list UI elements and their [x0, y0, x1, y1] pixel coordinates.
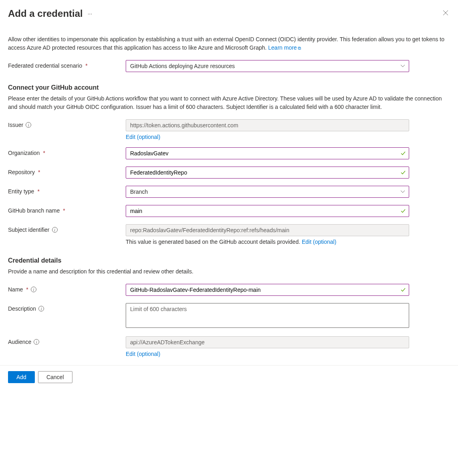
required-indicator: * — [63, 207, 65, 214]
page-title: Add a credential — [8, 8, 83, 19]
details-section-desc: Provide a name and description for this … — [8, 267, 450, 276]
details-section-heading: Credential details — [8, 257, 450, 264]
required-indicator: * — [43, 150, 45, 156]
scenario-row: Federated credential scenario* GitHub Ac… — [8, 60, 450, 72]
name-row: Name* i — [8, 284, 450, 296]
cancel-button[interactable]: Cancel — [38, 371, 72, 383]
issuer-label: Issuer i — [8, 119, 126, 128]
name-label: Name* i — [8, 284, 126, 293]
github-section-desc: Please enter the details of your GitHub … — [8, 94, 450, 111]
add-credential-panel: Add a credential ··· Allow other identit… — [0, 0, 458, 357]
description-field — [126, 303, 409, 329]
name-field — [126, 284, 409, 296]
close-button[interactable] — [441, 8, 450, 19]
entity-type-row: Entity type* Branch — [8, 186, 450, 198]
branch-row: GitHub branch name* — [8, 205, 450, 217]
organization-label: Organization* — [8, 147, 126, 156]
repository-field — [126, 167, 409, 179]
issuer-edit-link[interactable]: Edit (optional) — [126, 134, 160, 140]
intro-text: Allow other identities to impersonate th… — [8, 35, 450, 52]
branch-field — [126, 205, 409, 217]
organization-field — [126, 147, 409, 159]
panel-footer: Add Cancel — [0, 365, 458, 389]
subject-helper: This value is generated based on the Git… — [126, 239, 409, 245]
issuer-input — [126, 119, 409, 131]
description-row: Description i — [8, 303, 450, 329]
close-icon — [443, 10, 448, 16]
scenario-select[interactable]: GitHub Actions deploying Azure resources — [126, 60, 409, 72]
repository-label: Repository* — [8, 167, 126, 175]
issuer-row: Issuer i Edit (optional) — [8, 119, 450, 140]
organization-row: Organization* — [8, 147, 450, 159]
entity-type-select[interactable]: Branch — [126, 186, 409, 198]
intro-body: Allow other identities to impersonate th… — [8, 36, 444, 51]
repository-row: Repository* — [8, 167, 450, 179]
scenario-select-wrap: GitHub Actions deploying Azure resources — [126, 60, 409, 72]
subject-edit-link[interactable]: Edit (optional) — [302, 239, 336, 245]
subject-label: Subject identifier i — [8, 224, 126, 233]
info-icon[interactable]: i — [31, 287, 36, 292]
add-button[interactable]: Add — [8, 371, 35, 383]
subject-field: This value is generated based on the Git… — [126, 224, 409, 245]
scenario-field: GitHub Actions deploying Azure resources — [126, 60, 409, 72]
audience-label: Audience i — [8, 336, 126, 345]
entity-type-field: Branch — [126, 186, 409, 198]
issuer-field: Edit (optional) — [126, 119, 409, 140]
info-icon[interactable]: i — [34, 339, 39, 345]
audience-edit-wrap: Edit (optional) — [126, 351, 409, 357]
description-label: Description i — [8, 303, 126, 312]
branch-label: GitHub branch name* — [8, 205, 126, 214]
required-indicator: * — [26, 286, 28, 293]
info-icon[interactable]: i — [52, 227, 58, 233]
entity-type-label: Entity type* — [8, 186, 126, 195]
subject-input — [126, 224, 409, 236]
info-icon[interactable]: i — [26, 122, 31, 128]
info-icon[interactable]: i — [38, 306, 44, 311]
panel-header: Add a credential ··· — [8, 8, 450, 19]
github-section-heading: Connect your GitHub account — [8, 84, 450, 91]
audience-edit-link[interactable]: Edit (optional) — [126, 351, 160, 357]
required-indicator: * — [38, 169, 40, 175]
title-wrap: Add a credential ··· — [8, 8, 92, 19]
scenario-label: Federated credential scenario* — [8, 60, 126, 69]
external-link-icon: ⧉ — [298, 46, 301, 50]
name-input[interactable] — [126, 284, 409, 296]
branch-input[interactable] — [126, 205, 409, 217]
audience-field: Edit (optional) — [126, 336, 409, 357]
repository-input[interactable] — [126, 167, 409, 179]
issuer-edit-wrap: Edit (optional) — [126, 134, 409, 140]
organization-input[interactable] — [126, 147, 409, 159]
more-actions-icon[interactable]: ··· — [88, 10, 92, 17]
required-indicator: * — [37, 188, 39, 195]
audience-input — [126, 336, 409, 348]
learn-more-link[interactable]: Learn more⧉ — [268, 44, 301, 51]
description-textarea[interactable] — [126, 303, 409, 328]
subject-row: Subject identifier i This value is gener… — [8, 224, 450, 245]
required-indicator: * — [85, 62, 87, 69]
audience-row: Audience i Edit (optional) — [8, 336, 450, 357]
